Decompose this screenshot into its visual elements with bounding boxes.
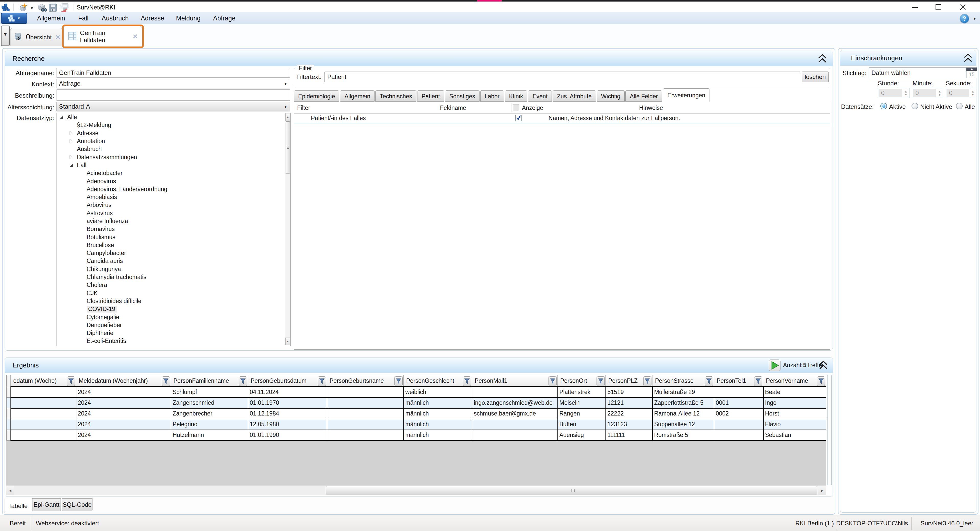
table-cell[interactable]: Flavio bbox=[764, 419, 826, 430]
table-cell[interactable]: Sebastian bbox=[764, 430, 826, 440]
result-column-header-persongeschlecht[interactable]: PersonGeschlecht bbox=[404, 375, 472, 387]
tree-item-cytomegalie[interactable]: Cytomegalie bbox=[56, 313, 291, 321]
einschraenkungen-panel-header[interactable]: Einschränkungen bbox=[840, 50, 976, 66]
tree-item-bornavirus[interactable]: Bornavirus bbox=[56, 225, 291, 233]
table-cell[interactable]: weiblich bbox=[404, 387, 472, 398]
table-cell[interactable]: Meiseln bbox=[558, 398, 606, 408]
collapse-chevron-icon[interactable] bbox=[963, 53, 973, 63]
row-selector[interactable] bbox=[6, 430, 11, 440]
filter-tab-zus-attribute[interactable]: Zus. Attribute bbox=[553, 91, 596, 102]
result-column-header-meldedatum-wochenjahr-[interactable]: Meldedatum (Wochenjahr) bbox=[76, 375, 171, 387]
tree-item-e-coli-enteritis[interactable]: E.-coli-Enteritis bbox=[56, 337, 291, 345]
tree-item-chlamydia-trachomatis[interactable]: Chlamydia trachomatis bbox=[56, 273, 291, 281]
tree-item-cholera[interactable]: Cholera bbox=[56, 281, 291, 289]
table-cell[interactable]: Müllerstraße 29 bbox=[652, 387, 714, 398]
row-selector[interactable] bbox=[6, 387, 11, 398]
tree-scrollbar[interactable]: ▲ ▼ bbox=[285, 113, 290, 345]
result-column-header-personstrasse[interactable]: PersonStrasse bbox=[652, 375, 714, 387]
tree-expander-icon[interactable] bbox=[69, 139, 73, 144]
execute-query-button[interactable] bbox=[769, 360, 781, 371]
table-cell[interactable]: 12.05.1980 bbox=[248, 419, 327, 430]
minimize-button[interactable] bbox=[909, 2, 921, 12]
tree-item-annotation[interactable]: Annotation bbox=[56, 137, 291, 145]
scroll-down-icon[interactable]: ▼ bbox=[285, 338, 290, 345]
altersschichtung-select[interactable]: Standard-A▼ bbox=[56, 102, 290, 112]
tree-expander-icon[interactable] bbox=[59, 115, 64, 120]
filtertext-input[interactable]: Patient bbox=[325, 72, 800, 82]
collapse-chevron-icon[interactable] bbox=[818, 53, 827, 64]
tree-item-denguefieber[interactable]: Denguefieber bbox=[56, 321, 291, 329]
table-row[interactable]: 2024Schlumpf04.11.2024weiblichPlattenstr… bbox=[6, 387, 826, 398]
result-column-header-persongeburtsdatum[interactable]: PersonGeburtsdatum bbox=[248, 375, 327, 387]
column-filter-funnel-icon[interactable] bbox=[705, 376, 713, 386]
result-column-header-personort[interactable]: PersonOrt bbox=[558, 375, 606, 387]
filter-tab-sonstiges[interactable]: Sonstiges bbox=[445, 91, 479, 102]
filter-tab-technisches[interactable]: Technisches bbox=[375, 91, 417, 102]
column-filter-funnel-icon[interactable] bbox=[318, 376, 326, 386]
table-cell[interactable]: Zapperlottistraße 5 bbox=[652, 398, 714, 408]
collapse-chevron-icon[interactable] bbox=[819, 360, 828, 370]
datensatztyp-tree[interactable]: Alle§12-MeldungAdresseAnnotationAusbruch… bbox=[56, 113, 291, 346]
table-cell[interactable]: Buffen bbox=[558, 419, 606, 430]
row-selector[interactable] bbox=[6, 408, 11, 419]
table-cell[interactable]: Auensieg bbox=[558, 430, 606, 440]
column-filter-funnel-icon[interactable] bbox=[549, 376, 557, 386]
result-column-header-edatum-woche-[interactable]: edatum (Woche) bbox=[11, 375, 76, 387]
table-cell[interactable]: 2024 bbox=[76, 408, 171, 419]
column-filter-funnel-icon[interactable] bbox=[67, 376, 75, 386]
maximize-button[interactable] bbox=[932, 2, 944, 12]
table-cell[interactable]: Schlumpf bbox=[171, 387, 248, 398]
table-cell[interactable]: Zangenschmied bbox=[171, 398, 248, 408]
scroll-left-icon[interactable]: ◄ bbox=[6, 486, 14, 495]
menu-item-adresse[interactable]: Adresse bbox=[141, 12, 164, 24]
tree-item-adenovirus[interactable]: Adenovirus bbox=[56, 177, 291, 185]
column-filter-funnel-icon[interactable] bbox=[817, 376, 825, 386]
minute-stepper[interactable]: 0▲▼ bbox=[912, 88, 943, 98]
result-column-header-personmail1[interactable]: PersonMail1 bbox=[472, 375, 558, 387]
filter-tab-patient[interactable]: Patient bbox=[417, 91, 444, 102]
tree-expander-icon[interactable] bbox=[69, 163, 73, 167]
result-horizontal-scrollbar[interactable]: ◄ ► bbox=[6, 485, 826, 495]
table-cell[interactable] bbox=[327, 430, 404, 440]
beschreibung-input[interactable] bbox=[56, 89, 290, 100]
result-column-header-personplz[interactable]: PersonPLZ bbox=[606, 375, 652, 387]
hscroll-thumb[interactable] bbox=[326, 486, 817, 494]
tree-item-amoebiasis[interactable]: Amoebiasis bbox=[56, 193, 291, 201]
table-cell[interactable]: 01.01.1970 bbox=[248, 398, 327, 408]
menu-item-fall[interactable]: Fall bbox=[78, 12, 88, 24]
table-cell[interactable]: männlich bbox=[404, 398, 472, 408]
table-cell[interactable]: 0001 bbox=[714, 398, 764, 408]
table-cell[interactable]: 111111 bbox=[606, 430, 652, 440]
result-vertical-scrollbar[interactable] bbox=[827, 375, 832, 485]
table-cell[interactable]: Hutzelmann bbox=[171, 430, 248, 440]
tree-item-ausbruch[interactable]: Ausbruch bbox=[56, 145, 291, 153]
filter-tab-wichtig[interactable]: Wichtig bbox=[597, 91, 625, 102]
column-filter-funnel-icon[interactable] bbox=[239, 376, 247, 386]
table-cell[interactable]: 2024 bbox=[76, 430, 171, 440]
column-filter-funnel-icon[interactable] bbox=[597, 376, 605, 386]
abfragename-input[interactable]: GenTrain Falldaten bbox=[56, 68, 290, 78]
column-filter-funnel-icon[interactable] bbox=[643, 376, 651, 386]
tab-tabelle[interactable]: Tabelle bbox=[5, 498, 31, 513]
table-cell[interactable] bbox=[11, 419, 76, 430]
anzeige-checkbox-checked[interactable] bbox=[515, 115, 522, 121]
menu-item-ausbruch[interactable]: Ausbruch bbox=[102, 12, 129, 24]
tree-item-chikungunya[interactable]: Chikungunya bbox=[56, 265, 291, 273]
tree-item-alle[interactable]: Alle bbox=[56, 113, 291, 121]
table-cell[interactable] bbox=[327, 408, 404, 419]
table-cell[interactable]: 2024 bbox=[76, 387, 171, 398]
row-selector[interactable] bbox=[6, 398, 11, 408]
tab-close-icon[interactable]: ✕ bbox=[55, 34, 60, 41]
tree-expander-icon[interactable] bbox=[69, 155, 73, 159]
field-row-label[interactable]: Patient/-in des Falles bbox=[311, 113, 366, 123]
table-cell[interactable]: 01.12.1984 bbox=[248, 408, 327, 419]
tree-item-covid-19[interactable]: COVID-19 bbox=[56, 305, 291, 313]
table-cell[interactable]: 51519 bbox=[606, 387, 652, 398]
tree-item-diphtherie[interactable]: Diphtherie bbox=[56, 329, 291, 337]
table-cell[interactable]: Plattenstrek bbox=[558, 387, 606, 398]
table-cell[interactable] bbox=[327, 387, 404, 398]
table-cell[interactable]: Rangen bbox=[558, 408, 606, 419]
column-filter-funnel-icon[interactable] bbox=[463, 376, 471, 386]
tree-item-brucellose[interactable]: Brucellose bbox=[56, 241, 291, 249]
table-cell[interactable] bbox=[472, 430, 558, 440]
